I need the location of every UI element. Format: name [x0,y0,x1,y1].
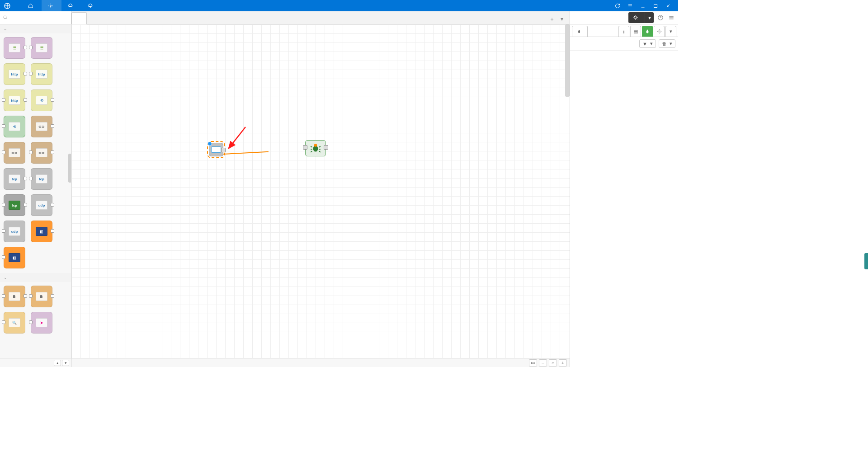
bug-icon [577,29,581,34]
palette-node-http-in[interactable]: http [4,63,25,85]
app-logo-icon [4,2,11,9]
palette-node-serial-out[interactable]: ⊂⊃ [4,142,25,164]
close-icon[interactable] [662,0,675,11]
svg-point-4 [4,16,6,19]
flow-node-tcp-in[interactable] [209,143,223,158]
deploy-button[interactable] [628,12,645,23]
maximize-icon[interactable] [649,0,662,11]
gear-icon [657,29,662,34]
menu-collect[interactable] [42,0,61,11]
palette-node-http-response[interactable]: http [31,63,52,85]
flow-node-debug[interactable] [305,140,326,158]
tab-more-button[interactable]: ▾ [665,26,676,37]
filter-all-button[interactable]: 🗑 ▾ [659,39,675,48]
palette-node-udp-in[interactable]: udp [31,194,52,216]
zoom-out-button[interactable]: − [539,359,547,367]
palette-node-amqp-in[interactable]: ◧ [31,221,52,242]
palette-node-extra2[interactable]: ➤ [31,312,52,334]
canvas-scrollbar[interactable] [565,24,570,97]
palette-node-extra1[interactable]: 🔍 [4,312,25,334]
map-toggle-button[interactable]: ▭ [529,359,537,367]
deploy-icon [633,15,638,20]
refresh-icon[interactable] [611,0,624,11]
cloudconf-icon [88,3,93,9]
palette: ⌄ ☰ ☰ http http http ⟲ ⟲ ⊂⊃ ⊂⊃ ⊂⊃ [0,11,71,367]
category-storage[interactable]: ⌄ [0,273,71,282]
tab-menu-button[interactable]: ▾ [557,14,567,24]
right-filters: ▼ ▾ 🗑 ▾ [570,37,678,51]
sidebar-right: ▾ i ▤ ▾ [570,11,678,367]
chevron-down-icon: ⌄ [4,275,7,280]
palette-scrollbar[interactable] [68,154,71,183]
add-tab-button[interactable]: ＋ [547,14,557,24]
chevron-down-icon: ▾ [650,41,653,47]
palette-node-amqp-out[interactable]: ◧ [4,247,25,268]
editor: ＋ ▾ [71,11,570,367]
palette-search[interactable] [0,11,71,24]
zoom-reset-button[interactable]: ○ [549,359,557,367]
tab-info-button[interactable]: i [618,26,629,37]
menu-home[interactable] [22,0,42,11]
palette-node-write-file[interactable]: 🗎 [4,286,25,307]
bug-icon [309,142,322,154]
node-port-out[interactable] [221,148,226,152]
palette-node-tcp-request[interactable]: tcp [4,194,25,216]
svg-point-8 [635,17,637,19]
palette-node-serial-request[interactable]: ⊂⊃ [31,142,52,164]
tab-config-button[interactable] [654,26,665,37]
topbar [0,0,678,11]
palette-node-websocket[interactable]: ⟲ [31,89,52,111]
filter-nodes-button[interactable]: ▼ ▾ [639,39,656,48]
palette-node-read-file[interactable]: 🗎 [31,286,52,307]
svg-point-1 [50,5,52,6]
palette-node-mqtt-in[interactable]: ☰ [4,37,25,59]
cloud-icon [68,3,73,9]
zoom-in-button[interactable]: + [559,359,567,367]
palette-node-websocket2[interactable]: ⟲ [4,116,25,137]
node-port-out[interactable] [324,145,328,150]
hamburger-icon[interactable] [624,0,637,11]
palette-node-serial-in[interactable]: ⊂⊃ [31,116,52,137]
chevron-down-icon: ▾ [670,41,672,47]
search-icon [3,15,8,20]
minimize-icon[interactable] [637,0,649,11]
node-port-in[interactable] [303,145,307,150]
svg-line-5 [229,127,245,148]
chevron-down-icon: ⌄ [4,27,7,31]
tab-book-button[interactable]: ▤ [630,26,641,37]
palette-node-http-request[interactable]: http [4,89,25,111]
debug-panel-body [570,51,678,367]
right-toolbar: ▾ [570,11,678,24]
menu-cloudconf[interactable] [81,0,101,11]
palette-node-tcp-in[interactable]: tcp [4,168,25,190]
palette-down-button[interactable]: ▾ [62,360,69,366]
menu-cloud[interactable] [61,0,81,11]
flow-canvas[interactable] [71,24,570,358]
svg-point-13 [647,29,648,31]
category-network[interactable]: ⌄ [0,24,71,33]
home-icon [28,3,33,9]
palette-node-udp-out[interactable]: udp [4,221,25,242]
tab-labview-tcp[interactable] [71,12,87,24]
palette-node-tcp-out[interactable]: tcp [31,168,52,190]
tcp-icon [211,146,221,153]
tab-debug-button[interactable] [642,26,653,37]
bug-icon [645,29,650,34]
help-icon[interactable] [656,14,665,22]
status-dot-icon [208,141,212,146]
palette-up-button[interactable]: ▴ [54,360,61,366]
svg-point-11 [579,30,580,31]
deploy-menu-button[interactable]: ▾ [645,12,654,23]
palette-search-input[interactable] [10,14,68,21]
trash-icon: 🗑 [662,41,667,47]
svg-point-7 [314,144,317,147]
palette-node-mqtt-out[interactable]: ☰ [31,37,52,59]
right-edge-handle[interactable] [864,253,868,269]
tab-debug[interactable] [572,26,588,37]
svg-rect-3 [654,4,657,7]
svg-point-2 [90,6,91,7]
tabs-row: ＋ ▾ [71,11,570,24]
annotation-arrow-icon [225,125,248,152]
menu-icon[interactable] [667,14,675,22]
collect-icon [48,3,53,9]
